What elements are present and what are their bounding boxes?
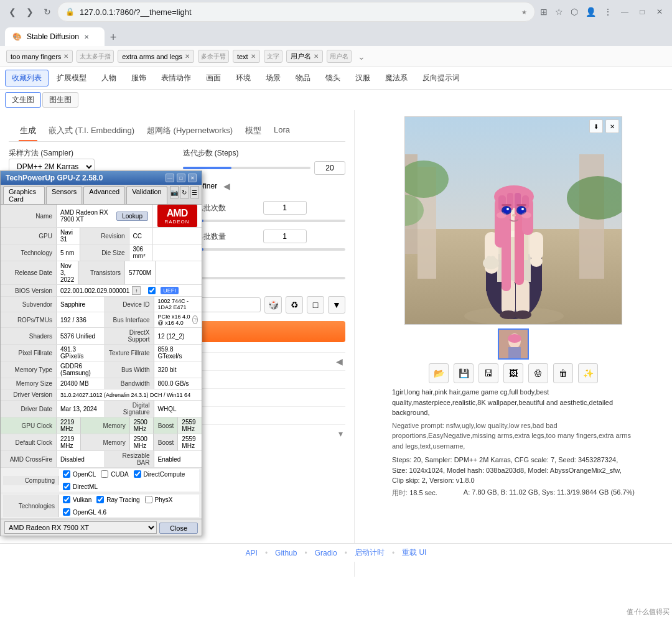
gpuz-camera-btn[interactable]: 📷: [170, 186, 179, 198]
discard-button[interactable]: 🗑: [553, 363, 573, 383]
physx-checkbox[interactable]: [145, 496, 152, 503]
save-button[interactable]: 💾: [454, 363, 474, 383]
bios-export-icon[interactable]: ↑: [132, 286, 141, 295]
preview-button[interactable]: 🖼: [503, 363, 523, 383]
zip-button[interactable]: 🏵: [528, 363, 548, 383]
cat-tab-0[interactable]: 收藏列表: [5, 70, 49, 86]
cat-tab-5[interactable]: 画面: [199, 70, 228, 86]
extensions-button[interactable]: ⬡: [568, 4, 581, 19]
vulkan-checkbox[interactable]: [63, 496, 70, 503]
steps-slider[interactable]: [183, 167, 311, 169]
cat-tab-4[interactable]: 表情动作: [154, 70, 198, 86]
neg-tag-1[interactable]: extra arms and legs ✕: [118, 50, 194, 63]
seed-collapse-button[interactable]: ▼: [328, 296, 345, 314]
browser-tab[interactable]: 🎨 Stable Diffusion ✕: [5, 27, 105, 46]
directml-checkbox[interactable]: [63, 483, 70, 490]
cat-tab-1[interactable]: 扩展模型: [50, 70, 93, 86]
prompt-display: 1girl,long hair,pink hair,game game cg,f…: [392, 387, 635, 418]
opengl-checkbox[interactable]: [63, 508, 70, 516]
bus-help-icon[interactable]: ?: [192, 315, 198, 324]
forward-button[interactable]: ❯: [22, 4, 37, 19]
new-tab-button[interactable]: +: [105, 29, 122, 46]
cat-tab-8[interactable]: 物品: [289, 70, 317, 86]
reload-button[interactable]: ↻: [40, 4, 55, 19]
gen-tab-model[interactable]: 模型: [244, 121, 263, 141]
cat-tab-7[interactable]: 场景: [259, 70, 287, 86]
batchcount-slider[interactable]: [196, 220, 346, 222]
cuda-checkbox[interactable]: [101, 470, 108, 478]
tab-close-button[interactable]: ✕: [84, 34, 89, 40]
cat-tab-2[interactable]: 人物: [95, 70, 123, 86]
footer-gradio[interactable]: Gradio: [315, 549, 337, 557]
cat-tab-9[interactable]: 镜头: [319, 70, 347, 86]
cat-tab-11[interactable]: 魔法系: [378, 70, 414, 86]
gpuz-menu-btn[interactable]: ☰: [190, 186, 199, 198]
thumbnail-0[interactable]: [498, 328, 529, 360]
cat-tab-12[interactable]: 反向提示词: [416, 70, 467, 86]
gpuz-maximize-btn[interactable]: □: [177, 174, 185, 182]
gpuz-tab-sensors[interactable]: Sensors: [46, 186, 82, 204]
opencl-checkbox[interactable]: [63, 470, 70, 478]
cat-tab-3[interactable]: 服饰: [124, 70, 153, 86]
neg-tag-close-0[interactable]: ✕: [63, 53, 68, 60]
gen-tab-hypernetworks[interactable]: 超网络 (Hypernetworks): [146, 121, 234, 141]
cat-tab-6[interactable]: 环境: [229, 70, 258, 86]
gpuz-tab-validation[interactable]: Validation: [126, 186, 167, 204]
gpuz-driver-val: 31.0.24027.1012 (Adrenalin 24.3.1) DCH /…: [57, 389, 202, 400]
seed-recycle-button[interactable]: ♻: [286, 296, 303, 314]
gen-tab-lora[interactable]: Lora: [273, 121, 291, 141]
batchcount-input[interactable]: 1: [263, 201, 307, 215]
image-close-btn[interactable]: ✕: [605, 119, 619, 133]
accordion-btn-5[interactable]: ▾: [336, 427, 345, 440]
accordion-btn-1[interactable]: ◀: [334, 355, 345, 368]
gpuz-tab-graphics[interactable]: Graphics Card: [3, 186, 45, 204]
batchsize-input[interactable]: 1: [263, 230, 307, 243]
gpuz-trans-val: 57700M: [125, 261, 155, 284]
share-button[interactable]: ⊞: [538, 4, 550, 19]
seed-extra-button[interactable]: □: [307, 296, 324, 314]
neg-tag-2[interactable]: text ✕: [233, 50, 260, 63]
save-copy-button[interactable]: 🖫: [478, 363, 498, 383]
steps-input[interactable]: 20: [314, 161, 345, 175]
raytracing-checkbox[interactable]: [96, 496, 104, 503]
image-download-btn[interactable]: ⬇: [589, 119, 603, 133]
gpuz-lookup-button[interactable]: Lookup: [116, 212, 148, 221]
close-button[interactable]: ✕: [652, 4, 667, 19]
gen-tab-embedding[interactable]: 嵌入式 (T.I. Embedding): [47, 121, 136, 141]
neg-tag-3[interactable]: 用户名 ✕: [286, 50, 323, 63]
stars-button[interactable]: ✨: [578, 363, 598, 383]
tags-collapse-button[interactable]: ⌄: [355, 50, 368, 63]
menu-button[interactable]: ⋮: [601, 4, 615, 19]
batchsize-label: 单批数量: [196, 231, 258, 242]
gen-tab-generate[interactable]: 生成: [19, 121, 37, 141]
seed-random-button[interactable]: 🎲: [264, 296, 282, 314]
directcompute-checkbox[interactable]: [134, 470, 141, 478]
neg-tag-close-1[interactable]: ✕: [185, 53, 190, 60]
footer-timer[interactable]: 启动计时: [355, 547, 385, 558]
neg-tag-close-2[interactable]: ✕: [251, 53, 256, 60]
refiner-expand-btn[interactable]: ◀: [221, 180, 233, 192]
uefi-checkbox[interactable]: [148, 287, 156, 294]
neg-tag-close-3[interactable]: ✕: [314, 53, 319, 60]
back-button[interactable]: ❮: [5, 4, 20, 19]
footer-reload[interactable]: 重载 UI: [402, 547, 426, 558]
minimize-button[interactable]: —: [617, 4, 632, 19]
cat-tab-10[interactable]: 汉服: [348, 70, 377, 86]
batchsize-slider[interactable]: [196, 248, 346, 251]
maximize-button[interactable]: □: [635, 4, 650, 19]
footer-api[interactable]: API: [246, 549, 258, 557]
gpuz-tab-advanced[interactable]: Advanced: [83, 186, 125, 204]
gpuz-refresh-btn[interactable]: ↻: [180, 186, 189, 198]
sub-tab-txt2img[interactable]: 文生图: [5, 92, 41, 108]
gpuz-close-btn[interactable]: ✕: [188, 174, 197, 182]
neg-tag-0[interactable]: too many fingers ✕: [6, 50, 73, 63]
bookmark-button[interactable]: ☆: [553, 4, 566, 19]
gpuz-model-select[interactable]: AMD Radeon RX 7900 XT: [4, 521, 157, 534]
footer-github[interactable]: Github: [275, 549, 297, 557]
address-bar[interactable]: 🔒 127.0.0.1:7860/?__theme=light ★: [57, 2, 535, 22]
gpuz-close-button[interactable]: Close: [159, 523, 198, 534]
sub-tab-img2img[interactable]: 图生图: [42, 92, 78, 108]
profile-button[interactable]: 👤: [583, 4, 599, 19]
open-folder-button[interactable]: 📂: [429, 363, 449, 383]
gpuz-minimize-btn[interactable]: —: [166, 174, 174, 182]
